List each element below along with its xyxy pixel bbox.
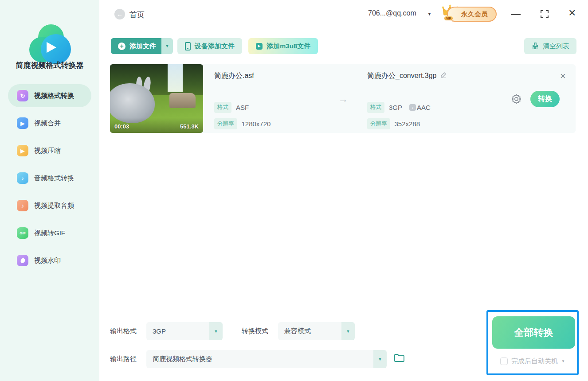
target-filename: 简鹿办公_convert.3gp [367, 71, 447, 81]
sidebar-item-label: 视频压缩 [34, 147, 61, 155]
auto-shutdown-label: 完成后自动关机 [511, 357, 558, 365]
sidebar: 简鹿视频格式转换器 ↻ 视频格式转换 ▶ 视频合并 ▶ 视频压缩 ♪ 音频格式转… [0, 0, 99, 381]
target-resolution-badge: 分辨率 [367, 118, 390, 129]
auto-shutdown-checkbox[interactable] [500, 358, 508, 365]
chevron-down-icon: ▼ [209, 322, 223, 340]
output-format-select[interactable]: 3GP ▼ [146, 322, 223, 340]
source-resolution-badge: 分辨率 [214, 118, 237, 129]
target-format-value: 3GP [389, 104, 402, 111]
video-merge-icon: ▶ [17, 117, 28, 129]
sidebar-item-label: 视频提取音频 [34, 202, 74, 210]
watermark-drop-icon [17, 255, 28, 266]
sidebar-item-video-watermark[interactable]: 视频水印 [8, 249, 91, 272]
target-format-badge: 格式 [367, 102, 384, 113]
add-file-button[interactable]: + 添加文件 [111, 38, 163, 54]
video-duration: 00:03 [114, 123, 129, 130]
chevron-down-icon[interactable]: ▼ [561, 359, 565, 363]
video-file-icon: ▶ [256, 43, 263, 50]
output-path-label: 输出路径 [110, 355, 137, 363]
gif-icon: GIF [17, 227, 28, 239]
extract-audio-icon: ♪ [17, 200, 28, 211]
vip-badge[interactable]: 永久会员 [447, 7, 497, 22]
account-dropdown-icon[interactable]: ▼ [427, 12, 431, 16]
plus-icon: + [118, 43, 125, 50]
clear-list-button[interactable]: 清空列表 [524, 38, 576, 54]
target-resolution-value: 352x288 [395, 120, 420, 128]
item-settings-gear-icon[interactable] [511, 93, 522, 105]
convert-all-highlight-box: 全部转换 完成后自动关机 ▼ [486, 310, 579, 375]
sidebar-item-video-merge[interactable]: ▶ 视频合并 [8, 112, 91, 135]
back-button[interactable]: ← [114, 9, 125, 19]
phone-icon [185, 42, 191, 51]
video-compress-icon: ▶ [17, 145, 28, 156]
device-add-label: 设备添加文件 [195, 42, 235, 51]
music-note-icon: ♪ [17, 172, 28, 184]
sidebar-item-label: 视频水印 [34, 257, 61, 265]
output-path-value: 简鹿视频格式转换器 [146, 355, 373, 363]
sidebar-item-label: 音频格式转换 [34, 174, 74, 183]
video-filesize: 551.3K [180, 123, 199, 130]
convert-all-button[interactable]: 全部转换 [492, 316, 575, 349]
audio-codec-icon: ♪ [409, 104, 416, 111]
video-convert-icon: ↻ [17, 90, 28, 101]
sidebar-item-extract-audio[interactable]: ♪ 视频提取音频 [8, 194, 91, 217]
app-window: 简鹿视频格式转换器 ↻ 视频格式转换 ▶ 视频合并 ▶ 视频压缩 ♪ 音频格式转… [0, 0, 588, 381]
target-filename-text: 简鹿办公_convert.3gp [367, 72, 437, 79]
sidebar-item-audio-format-convert[interactable]: ♪ 音频格式转换 [8, 167, 91, 190]
chevron-down-icon: ▼ [373, 350, 387, 368]
account-email[interactable]: 706...@qq.com [368, 9, 416, 17]
convert-item-button[interactable]: 转换 [530, 91, 560, 107]
clear-list-label: 清空列表 [543, 42, 569, 51]
source-resolution-value: 1280x720 [242, 120, 271, 128]
chevron-down-icon: ▼ [341, 322, 355, 340]
output-format-value: 3GP [146, 327, 209, 335]
output-format-label: 输出格式 [110, 327, 137, 335]
source-format-badge: 格式 [214, 102, 231, 113]
auto-shutdown-row: 完成后自动关机 ▼ [488, 357, 577, 365]
device-add-file-button[interactable]: 设备添加文件 [177, 38, 242, 54]
sidebar-item-video-compress[interactable]: ▶ 视频压缩 [8, 139, 91, 162]
add-m3u8-label: 添加m3u8文件 [267, 42, 310, 51]
sidebar-item-label: 视频转GIF [34, 229, 65, 237]
convert-arrow-icon: → [338, 93, 348, 105]
minimize-button[interactable] [511, 14, 521, 15]
file-row: 00:03 551.3K 简鹿办公.asf 格式 ASF 分辨率 1280x72… [110, 64, 576, 133]
sidebar-item-label: 视频格式转换 [34, 92, 74, 100]
vip-tag: VIP [444, 16, 453, 21]
sidebar-item-video-to-gif[interactable]: GIF 视频转GIF [8, 222, 91, 245]
convert-mode-label: 转换模式 [242, 327, 268, 335]
source-format-value: ASF [236, 104, 249, 111]
convert-mode-value: 兼容模式 [278, 327, 341, 335]
target-audio-codec: AAC [417, 104, 431, 111]
close-button[interactable]: × [568, 6, 576, 20]
chevron-down-icon: ▼ [165, 44, 169, 48]
sidebar-item-video-format-convert[interactable]: ↻ 视频格式转换 [8, 84, 91, 107]
sidebar-item-label: 视频合并 [34, 119, 61, 128]
video-thumbnail[interactable]: 00:03 551.3K [110, 64, 203, 133]
back-arrow-icon: ← [117, 11, 123, 18]
app-title: 简鹿视频格式转换器 [0, 60, 99, 70]
maximize-button[interactable] [541, 10, 549, 18]
open-folder-icon[interactable] [394, 353, 405, 363]
edit-filename-icon[interactable] [440, 71, 447, 80]
convert-mode-select[interactable]: 兼容模式 ▼ [278, 322, 355, 340]
broom-icon [531, 42, 539, 50]
remove-item-icon[interactable]: × [560, 70, 566, 82]
source-filename: 简鹿办公.asf [214, 71, 254, 81]
add-file-dropdown-button[interactable]: ▼ [161, 38, 173, 54]
add-m3u8-button[interactable]: ▶ 添加m3u8文件 [248, 38, 318, 54]
page-title: 首页 [129, 10, 145, 20]
add-file-label: 添加文件 [129, 42, 156, 51]
output-path-select[interactable]: 简鹿视频格式转换器 ▼ [146, 350, 387, 368]
vip-badge-label: 永久会员 [461, 10, 488, 19]
